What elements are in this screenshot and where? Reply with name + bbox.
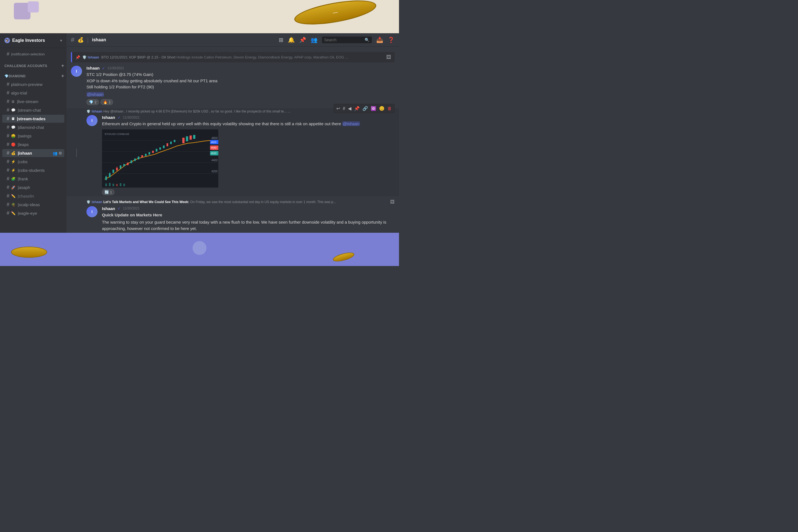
avatar-2: I: [87, 115, 97, 126]
reaction-diamond[interactable]: 💎 2: [87, 99, 99, 105]
diamond-chat-icon: 💬: [11, 125, 16, 129]
search-icon[interactable]: 🔍: [365, 38, 369, 42]
channel-label: |diamond-chat: [18, 125, 44, 130]
avatar-1: I: [71, 66, 82, 77]
channel-item-asaph[interactable]: # 🚀 |asaph: [2, 184, 64, 191]
svg-rect-15: [120, 166, 121, 169]
reaction-emoji: 🔥: [103, 100, 108, 104]
chevron-down-icon: ▾: [60, 38, 62, 43]
channel-item-live-stream[interactable]: # 🖥 |live-stream: [2, 97, 64, 106]
mention-2[interactable]: @ishaan: [342, 121, 360, 126]
hash-icon: #: [7, 150, 10, 156]
hash-icon: #: [7, 202, 10, 208]
bottom-coin-right: [332, 251, 355, 263]
members-action-icon[interactable]: 👥: [310, 37, 318, 43]
hash-icon: #: [7, 107, 10, 113]
back-tool[interactable]: ◀: [347, 105, 352, 112]
channel-item-cobs-students[interactable]: # ⚡ |cobs-students: [2, 166, 64, 174]
message-header-2: Ishaan ✓ 11/30/2021: [102, 115, 360, 120]
message-group-3: 🛡️ Ishaan Let's Talk Markets and What We…: [66, 198, 399, 233]
channel-item-frank[interactable]: # 🧩 |frank: [2, 175, 64, 183]
channel-item-stream-trades[interactable]: # 🖥 |stream-trades: [2, 115, 64, 123]
preview-shield-icon-3: 🛡️: [87, 200, 91, 204]
channel-item-diamond-chat[interactable]: # 💬 |diamond-chat: [2, 123, 64, 131]
link-tool[interactable]: 🔗: [362, 105, 369, 112]
message-text-3: Quick Update on Markets Here The warning…: [102, 212, 395, 233]
id-tool[interactable]: 🆔: [370, 105, 377, 112]
pinned-author: 🛡️ Ishaan: [82, 55, 99, 59]
svg-rect-21: [141, 155, 143, 157]
delete-tool[interactable]: 🗑: [386, 106, 393, 112]
channel-item-leaps[interactable]: # 🔴 |leaps: [2, 140, 64, 149]
pinned-description: Holdings include Callon Petroleum, Devon…: [176, 55, 348, 59]
channel-item-platinum-preview[interactable]: # platinum-preview: [2, 80, 64, 89]
pin-action-icon[interactable]: 📌: [299, 37, 306, 43]
channel-label: |frank: [18, 176, 28, 181]
hash-icon: #: [7, 141, 10, 147]
channel-header-divider: |: [87, 36, 89, 43]
top-decorative-bar: [0, 0, 399, 33]
svg-rect-18: [131, 160, 132, 163]
mention-tag-1[interactable]: @ishaan: [87, 92, 104, 97]
search-input[interactable]: [324, 38, 363, 42]
channel-label: |stream-chat: [18, 108, 41, 113]
stream-trades-icon: 🖥: [11, 117, 15, 121]
channel-item-ishaan[interactable]: # 💰 |ishaan 👥 ⚙: [2, 149, 64, 157]
channel-header: # 💰 | ishaan ⊞ 🔔 📌 👥 🔍 📥 ❓: [66, 33, 399, 46]
svg-rect-19: [134, 158, 136, 161]
section-challenge-accounts[interactable]: CHALLENGE ACCOUNTS +: [0, 58, 66, 70]
chart-svg: 4800 4600 4400 4200: [102, 129, 218, 188]
members-icon[interactable]: 👥: [53, 151, 57, 155]
channel-item-cobs[interactable]: # ⚡ |cobs: [2, 158, 64, 166]
channel-item-scalp-ideas[interactable]: # 🌴 |scalp-ideas: [2, 201, 64, 209]
inbox-action-icon[interactable]: 📥: [376, 37, 383, 43]
server-name: Eagle Investors: [12, 38, 45, 43]
reactions-2: 🔄 1: [102, 189, 360, 195]
live-stream-icon: 🖥: [11, 99, 15, 103]
eth-chart: 4800 4600 4400 4200: [102, 129, 218, 188]
pin-icon: 📌: [75, 55, 80, 60]
reaction-fire[interactable]: 🔥 1: [100, 99, 113, 105]
svg-text:4680: 4680: [211, 146, 216, 149]
pinned-message[interactable]: 📌 🛡️ Ishaan BTO 12/31/2021 XOP $90P @ 2.…: [71, 52, 395, 62]
thread-tool[interactable]: #: [342, 106, 346, 112]
asaph-icon: 🚀: [11, 185, 16, 190]
reaction-emoji: 💎: [89, 100, 93, 104]
channel-item-algo-trial[interactable]: # algo-trial: [2, 89, 64, 97]
mention-line-1: @ishaan: [87, 92, 395, 98]
channel-item-chaselin[interactable]: # ✏️ |chaselin: [2, 192, 64, 200]
emoji-tool[interactable]: 😊: [378, 105, 385, 112]
server-header-left: 🦅 Eagle Investors: [4, 38, 45, 43]
swings-icon: 🤑: [11, 134, 16, 138]
scroll-to-bottom-button[interactable]: [193, 241, 206, 255]
svg-rect-37: [113, 184, 114, 186]
channel-label: platinum-preview: [11, 82, 42, 87]
subsection-add-icon[interactable]: +: [61, 73, 64, 79]
message-group-2: ↩ # ◀ 📌 🔗 🆔 😊 🗑: [66, 108, 399, 196]
section-add-icon[interactable]: +: [61, 63, 64, 69]
reply-tool[interactable]: ↩: [336, 105, 341, 112]
verified-badge-1: ✓: [102, 66, 105, 70]
svg-text:4820: 4820: [211, 141, 216, 144]
bell-action-icon[interactable]: 🔔: [288, 37, 295, 43]
hash-icon: #: [7, 99, 10, 104]
svg-rect-24: [152, 151, 154, 153]
help-action-icon[interactable]: ❓: [388, 37, 395, 43]
channel-item-stream-chat[interactable]: # 💬 |stream-chat: [2, 106, 64, 114]
header-actions: ⊞ 🔔 📌 👥 🔍 📥 ❓: [279, 37, 395, 43]
cobs-students-icon: ⚡: [11, 168, 16, 172]
channel-item-notification[interactable]: # |notification-selection: [2, 50, 64, 58]
channel-label: |scalp-ideas: [18, 202, 40, 207]
server-header[interactable]: 🦅 Eagle Investors ▾: [0, 33, 66, 48]
channel-item-swings[interactable]: # 🤑 |swings: [2, 132, 64, 140]
pin-tool[interactable]: 📌: [353, 105, 360, 112]
settings-icon[interactable]: ⚙: [58, 151, 62, 155]
svg-rect-30: [174, 140, 175, 142]
channel-item-eagle-eye[interactable]: # ✏️ |eagle-eye: [2, 209, 64, 217]
message-text-2: Ethereum and Crypto in general held up v…: [102, 121, 360, 127]
chaselin-icon: ✏️: [11, 194, 16, 198]
subsection-diamond[interactable]: 💎DIAMOND +: [0, 70, 66, 80]
hashtag-action-icon[interactable]: ⊞: [279, 37, 283, 43]
reaction-rotate[interactable]: 🔄 1: [102, 189, 114, 195]
deco-square-2: [28, 1, 39, 13]
